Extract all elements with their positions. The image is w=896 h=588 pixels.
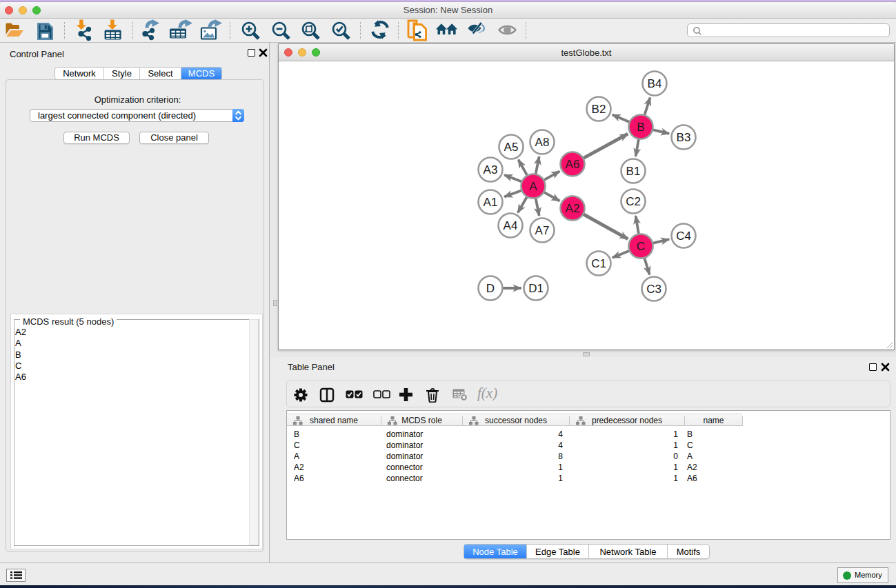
svg-text:A5: A5 xyxy=(504,141,519,154)
svg-text:B1: B1 xyxy=(626,165,641,178)
svg-text:C1: C1 xyxy=(591,257,606,270)
svg-text:B: B xyxy=(637,121,644,134)
svg-text:A6: A6 xyxy=(566,158,580,171)
svg-text:A1: A1 xyxy=(484,196,498,209)
svg-text:B3: B3 xyxy=(677,131,691,144)
svg-text:D1: D1 xyxy=(528,282,544,295)
svg-text:C3: C3 xyxy=(646,283,661,296)
svg-text:C: C xyxy=(637,240,645,253)
svg-text:B4: B4 xyxy=(648,77,662,90)
svg-text:A3: A3 xyxy=(484,163,498,176)
svg-text:A: A xyxy=(529,180,537,193)
svg-text:B2: B2 xyxy=(592,103,606,116)
svg-text:A8: A8 xyxy=(535,136,550,149)
svg-text:A4: A4 xyxy=(504,219,518,232)
svg-text:A2: A2 xyxy=(566,202,580,215)
svg-text:D: D xyxy=(486,282,495,295)
svg-text:A7: A7 xyxy=(535,224,550,237)
svg-text:C4: C4 xyxy=(676,230,691,243)
svg-text:C2: C2 xyxy=(626,195,641,208)
